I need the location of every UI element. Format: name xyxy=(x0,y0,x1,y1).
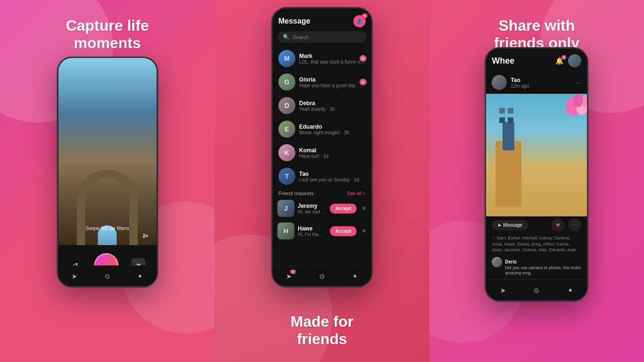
comment-content: Deric Did you use camera or phone, this … xyxy=(505,257,581,276)
message-info: Mark LOL, that was such a funny v... · 4… xyxy=(299,53,365,65)
request-info: Hawe Hi, I'm Hawe. · 3h xyxy=(297,225,326,237)
message-button[interactable]: ➤ Message xyxy=(492,220,528,230)
post-author-name: Tao xyxy=(511,77,572,83)
left-panel: Capture life moments ⚡ ✦ Swipe left for … xyxy=(0,0,215,362)
send-nav-icon[interactable]: ➤ xyxy=(72,272,77,280)
swipe-hint: Swipe left for filters xyxy=(58,225,157,231)
request-info: Jeremy Hi, we met yesterday. · 3h xyxy=(297,203,326,214)
avatar: D xyxy=(278,97,295,114)
comment-section: Deric Did you use camera or phone, this … xyxy=(486,255,587,278)
message-info: Debra Yeah exactly · 1h xyxy=(299,100,365,112)
avatar: G xyxy=(278,74,295,90)
search-bar[interactable]: 🔍 Search xyxy=(277,31,366,43)
search-placeholder: Search xyxy=(292,34,309,40)
camera-nav-icon[interactable]: ⊙ xyxy=(105,272,110,280)
add-friend-icon[interactable]: 👤 4 xyxy=(353,15,365,27)
add-badge: 4 xyxy=(362,13,367,18)
list-item[interactable]: D Debra Yeah exactly · 1h xyxy=(272,94,371,117)
center-panel: Message 👤 4 🔍 Search M Mark LOL, that xyxy=(215,0,429,362)
post-image xyxy=(486,94,587,216)
share-bottom-nav: ➤ ⊙ ✦ xyxy=(486,280,587,300)
sparkle-nav-icon[interactable]: ✦ xyxy=(137,272,143,280)
unread-badge: 6 xyxy=(359,55,366,62)
send-nav-icon[interactable]: ➤ 8 xyxy=(286,272,292,280)
friend-request-item: J Jeremy Hi, we met yesterday. · 3h Acce… xyxy=(272,197,371,220)
camera-nav-icon[interactable]: ⊙ xyxy=(534,287,539,294)
share-screen: Whee 🔔 6 Tao 12m ago ··· xyxy=(486,49,587,300)
messages-header: Message 👤 4 xyxy=(272,8,371,31)
list-item[interactable]: E Eduardo Movie night tonight! · 3h xyxy=(272,117,371,141)
send-nav-icon[interactable]: ➤ xyxy=(500,287,506,294)
friend-requests-section: Friend requests See all > xyxy=(272,188,371,197)
see-all-link[interactable]: See all > xyxy=(347,191,365,196)
sparkle-nav-icon[interactable]: ✦ xyxy=(568,287,573,294)
list-item[interactable]: K Komal Have fun! · 1d xyxy=(272,141,371,165)
camera-screen: ⚡ ✦ Swipe left for filters 2× ↺ 🐱 ➤ ⊙ ✦ xyxy=(58,58,157,286)
header-actions: 🔔 6 xyxy=(555,54,581,67)
messages-title: Message xyxy=(278,17,310,25)
bell-icon[interactable]: 🔔 6 xyxy=(555,57,563,65)
message-info: Eduardo Movie night tonight! · 3h xyxy=(299,123,365,135)
avatar: J xyxy=(277,200,294,217)
message-info: Tao I will see you on Sunday · 2d xyxy=(299,171,365,182)
avatar: M xyxy=(278,50,295,67)
comment-author: Deric xyxy=(505,259,517,264)
comment-text: Did you use camera or phone, this looks … xyxy=(505,265,581,276)
zoom-level: 2× xyxy=(143,233,148,239)
avatar: K xyxy=(278,144,295,161)
left-headline: Capture life moments xyxy=(57,17,158,52)
post-likes: ♡ Sam, Esther, Mitchell, Aubrey, Darlene… xyxy=(486,233,587,255)
accept-button[interactable]: Accept xyxy=(330,204,356,214)
heart-button[interactable]: ♥ xyxy=(551,218,564,231)
avatar: E xyxy=(278,121,295,138)
right-panel: Share with friends only Whee 🔔 6 xyxy=(429,0,644,362)
close-icon[interactable]: ✕ xyxy=(362,205,366,212)
messages-phone-mockup: Message 👤 4 🔍 Search M Mark LOL, that xyxy=(271,7,372,288)
close-icon[interactable]: ✕ xyxy=(362,228,366,234)
comment-avatar xyxy=(492,257,502,267)
app-logo: Whee xyxy=(492,56,514,66)
accept-button[interactable]: Accept xyxy=(330,226,356,236)
sparkle-nav-icon[interactable]: ✦ xyxy=(352,272,358,280)
search-icon: 🔍 xyxy=(283,34,289,40)
post-time: 12m ago xyxy=(511,83,572,89)
camera-bottom-nav: ➤ ⊙ ✦ xyxy=(58,265,157,286)
arch-decoration xyxy=(77,170,138,245)
message-info: Komal Have fun! · 1d xyxy=(299,147,365,159)
unread-badge: 2 xyxy=(359,79,366,85)
message-info: Gloria Hope you have a good day · 2m xyxy=(299,76,365,88)
friend-request-item: H Hawe Hi, I'm Hawe. · 3h Accept ✕ xyxy=(272,220,371,242)
camera-nav-icon[interactable]: ⊙ xyxy=(319,272,325,280)
right-headline: Share with friends only xyxy=(485,17,589,52)
share-phone-mockup: Whee 🔔 6 Tao 12m ago ··· xyxy=(485,47,588,302)
list-item[interactable]: M Mark LOL, that was such a funny v... ·… xyxy=(272,47,371,70)
avatar: T xyxy=(278,168,295,185)
messages-bottom-nav: ➤ 8 ⊙ ✦ xyxy=(272,265,371,286)
friend-requests-label: Friend requests xyxy=(278,191,314,196)
post-menu-icon[interactable]: ··· xyxy=(576,79,582,86)
share-header: Whee 🔔 6 xyxy=(486,49,587,71)
list-item[interactable]: G Gloria Hope you have a good day · 2m 2 xyxy=(272,70,371,94)
center-headline: Made for friends xyxy=(215,313,429,348)
post-author-info: Tao 12m ago xyxy=(511,77,572,89)
message-send-icon: ➤ xyxy=(497,222,501,228)
post-author: Tao 12m ago ··· xyxy=(486,71,587,94)
camera-phone-mockup: ⚡ ✦ Swipe left for filters 2× ↺ 🐱 ➤ ⊙ ✦ xyxy=(57,57,158,288)
avatar: H xyxy=(277,222,294,239)
messages-screen: Message 👤 4 🔍 Search M Mark LOL, that xyxy=(272,8,371,286)
camera-viewfinder: Swipe left for filters 2× xyxy=(58,58,157,245)
post-author-avatar xyxy=(492,75,507,90)
post-actions: ➤ Message ♥ ··· xyxy=(486,216,587,233)
message-list: M Mark LOL, that was such a funny v... ·… xyxy=(272,47,371,265)
profile-avatar[interactable] xyxy=(568,54,581,67)
more-options-button[interactable]: ··· xyxy=(568,218,581,231)
list-item[interactable]: T Tao I will see you on Sunday · 2d xyxy=(272,165,371,188)
